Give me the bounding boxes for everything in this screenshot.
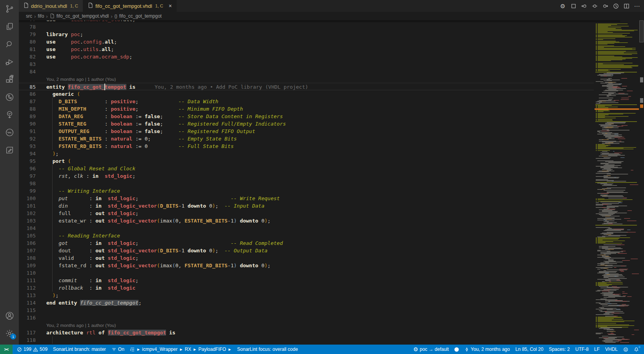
overview-ruler[interactable] <box>639 20 644 345</box>
notifications-bell-icon[interactable] <box>631 345 642 354</box>
code-line[interactable]: 84 <box>19 68 594 75</box>
feedback-icon[interactable] <box>620 345 631 354</box>
code-line[interactable]: 92 ESTATE_WR_BITS : natural := 0; -- Emp… <box>19 135 594 142</box>
nav-back-icon[interactable] <box>581 3 587 9</box>
line-number: 109 <box>19 262 36 269</box>
more-actions-icon[interactable]: ⋯ <box>634 3 640 9</box>
line-number: 101 <box>19 202 36 210</box>
line-number: 80 <box>19 38 36 46</box>
entity-hierarchy[interactable]: ▶ icmpv4_Wrapper ▶ RX ▶ PayloadFIFO ▶ <box>127 345 234 354</box>
code-line[interactable]: 95 port ( <box>19 157 594 165</box>
code-line[interactable]: 117architecture rtl of fifo_cc_got_tempg… <box>19 329 594 336</box>
code-line[interactable]: 118 <box>19 336 594 344</box>
code-line[interactable]: 94 ); <box>19 150 594 157</box>
test-tree-icon[interactable] <box>0 106 19 124</box>
code-line[interactable]: 114end entity fifo_cc_got_tempgot; <box>19 299 594 307</box>
sonarlint-icon[interactable] <box>0 124 19 141</box>
line-number: 87 <box>19 98 36 105</box>
chevron-right-icon: › <box>111 13 112 19</box>
code-line[interactable]: 106 got : in std_logic; -- Read Complete… <box>19 239 594 247</box>
search-icon[interactable] <box>0 35 19 53</box>
close-icon[interactable]: × <box>169 3 172 9</box>
code-line[interactable]: 104 <box>19 224 594 232</box>
code-line[interactable]: 116 <box>19 314 594 321</box>
language-mode[interactable]: VHDL <box>602 345 620 354</box>
sonarlint-branch[interactable]: SonarLint branch: master <box>50 345 109 354</box>
code-line[interactable]: 90 STATE_REG : boolean := false; -- Regi… <box>19 120 594 128</box>
settings-gear-icon[interactable]: 1 <box>0 325 19 342</box>
extensions-icon[interactable] <box>0 71 19 88</box>
code-line[interactable]: 111 commit : in std_logic; <box>19 277 594 284</box>
code-line[interactable]: 97 rst, clk : in std_logic; <box>19 172 594 180</box>
nav-forward-icon[interactable] <box>602 3 608 9</box>
code-line[interactable]: 103 estate_wr : out std_logic_vector(ima… <box>19 217 594 224</box>
sonarlint-focus[interactable]: SonarLint focus: overall code <box>234 345 301 354</box>
code-line[interactable]: 91 OUTPUT_REG : boolean := false; -- Reg… <box>19 128 594 135</box>
code-line[interactable]: 83 <box>19 60 594 68</box>
scm-graph-icon[interactable] <box>0 0 19 18</box>
code-line[interactable]: 107 dout : out std_logic_vector(D_BITS-1… <box>19 247 594 254</box>
inline-blame: You, 2 months ago • Add PoC library (VHD… <box>155 84 308 90</box>
code-line[interactable]: 96 -- Global Reset and Clock <box>19 165 594 172</box>
scrollbar-thumb[interactable] <box>639 20 644 42</box>
code-line[interactable]: 110 <box>19 269 594 277</box>
code-line[interactable]: 80use poc.config.all; <box>19 38 594 46</box>
code-line[interactable]: 113 ); <box>19 292 594 299</box>
code-line[interactable]: 81use poc.utils.all; <box>19 46 594 53</box>
code-line[interactable]: 108 valid : out std_logic; <box>19 254 594 262</box>
code-line[interactable]: 115 <box>19 307 594 314</box>
status-circle-icon[interactable] <box>452 345 462 354</box>
warning-icon <box>33 347 38 352</box>
code-line[interactable]: 102 full : out std_logic; <box>19 210 594 217</box>
code-line[interactable]: 109 fstate_rd : out std_logic_vector(ima… <box>19 262 594 269</box>
explorer-icon[interactable] <box>0 18 19 35</box>
cursor-position[interactable]: Ln 85, Col 20 <box>513 345 546 354</box>
tab-ddrio-inout[interactable]: ddrio_inout.vhdl 1, C <box>19 0 83 12</box>
notes-icon[interactable] <box>0 141 19 159</box>
code-line[interactable]: 98 <box>19 180 594 187</box>
code-line[interactable]: 101 din : in std_logic_vector(D_BITS-1 d… <box>19 202 594 210</box>
profile-indicator[interactable]: ⚙ poc → default <box>410 345 452 354</box>
code-line[interactable]: 85entity fifo_cc_got_tempgot isYou, 2 mo… <box>19 83 594 90</box>
code-line[interactable]: 105 -- Reading Interface <box>19 232 594 239</box>
encoding[interactable]: UTF-8 <box>573 345 591 354</box>
tab-label: ddrio_inout.vhdl <box>31 3 67 9</box>
split-editor-icon[interactable] <box>623 3 629 9</box>
code-line[interactable]: 89 DATA_REG : boolean := false; -- Store… <box>19 113 594 120</box>
code-line[interactable]: 82use poc.ocram.ocram_sdp; <box>19 53 594 60</box>
remote-indicator[interactable]: >< <box>0 345 13 354</box>
gear-icon[interactable]: ⚙ <box>560 3 566 9</box>
code-line[interactable]: 87 D_BITS : positive; -- Data Width <box>19 98 594 105</box>
history-icon[interactable] <box>613 3 619 9</box>
nav-dot-icon[interactable] <box>591 3 598 9</box>
eol-selector[interactable]: LF <box>591 345 602 354</box>
run-debug-icon[interactable] <box>0 53 19 71</box>
line-number: 88 <box>19 105 36 113</box>
line-text: commit : in std_logic; <box>46 277 139 284</box>
breadcrumb: src › fifo › fifo_cc_got_tempgot.vhdl › … <box>19 12 644 20</box>
line-number: 107 <box>19 247 36 254</box>
breadcrumb-item-fifo[interactable]: fifo <box>38 13 44 19</box>
code-line[interactable]: 99 -- Writing Interface <box>19 187 594 195</box>
square-icon[interactable] <box>570 3 576 9</box>
gitlens-icon[interactable] <box>0 88 19 106</box>
breadcrumb-item-entity[interactable]: fifo_cc_got_tempgot <box>119 13 162 19</box>
tab-fifo-cc-got-tempgot[interactable]: fifo_cc_got_tempgot.vhdl 1, C × <box>83 0 177 12</box>
code-line[interactable]: 79library poc; <box>19 31 594 38</box>
code-line[interactable]: 112 rollback : in std_logic <box>19 284 594 292</box>
code-line[interactable]: 86 generic ( <box>19 90 594 98</box>
focus-toggle[interactable]: On <box>109 345 127 354</box>
indentation[interactable]: Spaces: 2 <box>546 345 573 354</box>
problems-indicator[interactable]: 199 509 <box>14 345 50 354</box>
code-editor[interactable]: 77use IEEE.numeric_std.all;7879library p… <box>19 20 644 345</box>
account-icon[interactable] <box>0 307 19 325</box>
code-line[interactable]: 78 <box>19 23 594 31</box>
code-line[interactable]: 100 put : in std_logic; -- Write Request <box>19 195 594 202</box>
line-number: 110 <box>19 269 36 277</box>
git-blame[interactable]: You, 2 months ago <box>462 345 513 354</box>
minimap[interactable] <box>595 21 639 344</box>
code-line[interactable]: 88 MIN_DEPTH : positive; -- Minimum FIFO… <box>19 105 594 113</box>
breadcrumb-item-src[interactable]: src <box>26 13 32 19</box>
breadcrumb-item-file[interactable]: fifo_cc_got_tempgot.vhdl <box>57 13 109 19</box>
code-line[interactable]: 93 FSTATE_RD_BITS : natural := 0 -- Full… <box>19 142 594 150</box>
